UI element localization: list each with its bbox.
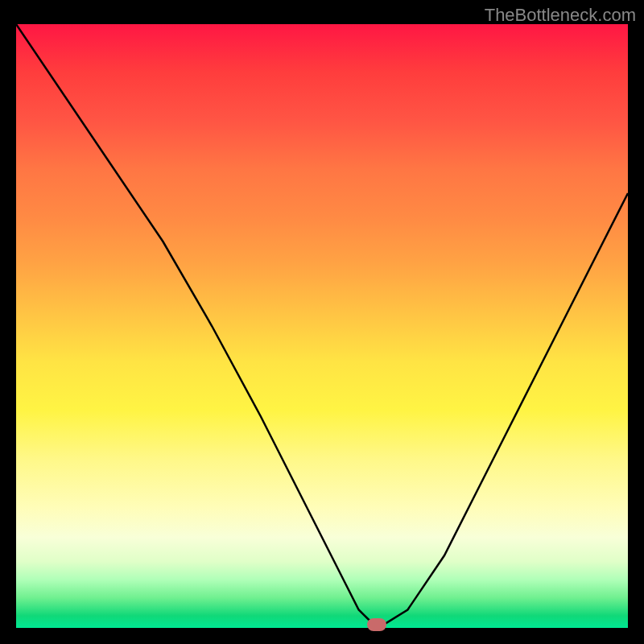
chart-svg (16, 24, 628, 628)
watermark-text: TheBottleneck.com (485, 5, 636, 26)
optimal-point-marker (367, 618, 386, 631)
chart-plot-area (16, 24, 628, 628)
bottleneck-curve-line (16, 24, 628, 625)
